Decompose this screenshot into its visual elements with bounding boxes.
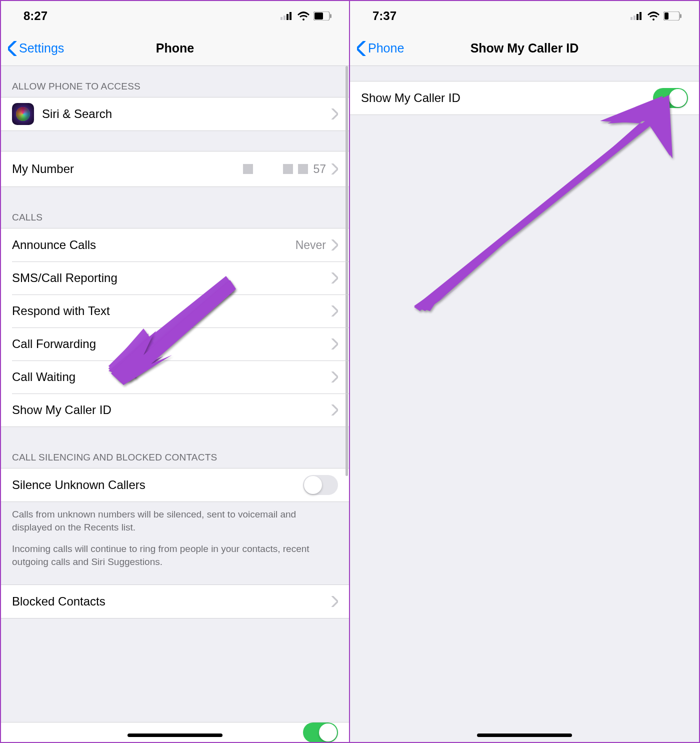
- redaction-block: [298, 164, 308, 174]
- toggle-show-my-caller-id[interactable]: [653, 88, 688, 108]
- cellular-signal-icon: [280, 12, 294, 20]
- siri-icon: [12, 103, 34, 125]
- row-blocked-contacts[interactable]: Blocked Contacts: [1, 585, 349, 618]
- row-label: Show My Caller ID: [361, 91, 653, 105]
- cellular-signal-icon: [630, 12, 644, 20]
- row-value: Never: [296, 238, 326, 252]
- toggle-silence-unknown[interactable]: [303, 475, 338, 495]
- section-access: ALLOW PHONE TO ACCESS Siri & Search: [1, 66, 349, 131]
- back-label: Settings: [19, 41, 64, 56]
- svg-marker-24: [414, 281, 450, 311]
- chevron-left-icon: [357, 41, 366, 56]
- svg-rect-21: [680, 14, 682, 18]
- svg-marker-23: [414, 95, 672, 311]
- section-header-access: ALLOW PHONE TO ACCESS: [1, 66, 349, 97]
- row-label: Show My Caller ID: [12, 403, 331, 417]
- section-header-silencing: CALL SILENCING AND BLOCKED CONTACTS: [1, 427, 349, 468]
- chevron-right-icon: [331, 108, 338, 120]
- battery-icon: [664, 12, 682, 20]
- section-my-number: My Number 57: [1, 131, 349, 187]
- section-calls: CALLS Announce Calls Never SMS/Call Repo…: [1, 187, 349, 427]
- row-show-my-caller-id[interactable]: Show My Caller ID: [1, 394, 349, 426]
- nav-bar: Settings Phone: [1, 31, 349, 66]
- redaction-block: [243, 164, 253, 174]
- svg-rect-2: [286, 14, 288, 20]
- svg-rect-15: [630, 17, 632, 20]
- row-label: Respond with Text: [12, 304, 331, 318]
- wifi-icon: [298, 12, 310, 20]
- row-sms-call-reporting[interactable]: SMS/Call Reporting: [1, 262, 349, 294]
- redaction-block: [283, 164, 293, 174]
- row-call-waiting[interactable]: Call Waiting: [1, 360, 349, 394]
- home-indicator[interactable]: [128, 734, 222, 737]
- section-caller-id: Show My Caller ID: [350, 81, 699, 115]
- row-peek-next: [1, 722, 349, 742]
- back-label: Phone: [368, 41, 404, 56]
- chevron-right-icon: [331, 596, 338, 607]
- row-label: Announce Calls: [12, 238, 296, 252]
- wifi-icon: [648, 12, 660, 20]
- section-header-calls: CALLS: [1, 187, 349, 228]
- phone-screen-caller-id: 7:37 Phone Show My Caller ID Show My Cal…: [350, 0, 700, 743]
- chevron-right-icon: [331, 404, 338, 416]
- chevron-right-icon: [331, 338, 338, 350]
- chevron-right-icon: [331, 164, 338, 174]
- row-call-forwarding[interactable]: Call Forwarding: [1, 328, 349, 360]
- row-label: SMS/Call Reporting: [12, 271, 331, 285]
- svg-rect-0: [280, 17, 282, 20]
- phone-screen-phone-settings: 8:27 Settings Phone ALLOW PHONE TO ACCES…: [0, 0, 350, 743]
- svg-rect-1: [284, 16, 286, 20]
- toggle-peek[interactable]: [303, 722, 338, 742]
- row-siri-search[interactable]: Siri & Search: [1, 98, 349, 130]
- status-time: 7:37: [372, 9, 396, 23]
- row-my-number[interactable]: My Number 57: [1, 152, 349, 186]
- row-label: Siri & Search: [42, 107, 331, 121]
- row-label: Silence Unknown Callers: [12, 478, 303, 492]
- home-indicator[interactable]: [477, 734, 572, 737]
- chevron-right-icon: [331, 306, 338, 316]
- row-label: Call Forwarding: [12, 337, 331, 351]
- chevron-right-icon: [331, 240, 338, 250]
- back-button[interactable]: Phone: [357, 41, 404, 56]
- svg-rect-20: [664, 12, 668, 20]
- chevron-right-icon: [331, 272, 338, 284]
- status-time: 8:27: [24, 9, 48, 23]
- section-silencing: CALL SILENCING AND BLOCKED CONTACTS Sile…: [1, 427, 349, 574]
- chevron-left-icon: [8, 41, 17, 56]
- chevron-right-icon: [331, 372, 338, 382]
- status-indicators: [280, 12, 332, 20]
- row-label: Call Waiting: [12, 370, 331, 384]
- svg-rect-17: [636, 14, 638, 20]
- row-silence-unknown-callers[interactable]: Silence Unknown Callers: [1, 468, 349, 502]
- row-label: My Number: [12, 162, 243, 176]
- annotation-arrow-icon: [410, 91, 675, 311]
- row-respond-with-text[interactable]: Respond with Text: [1, 294, 349, 328]
- section-blocked: Blocked Contacts: [1, 574, 349, 618]
- row-label: Blocked Contacts: [12, 594, 331, 608]
- section-footer-silencing-2: Incoming calls will continue to ring fro…: [1, 540, 349, 574]
- svg-rect-6: [330, 14, 332, 18]
- nav-bar: Phone Show My Caller ID: [350, 31, 699, 66]
- battery-icon: [314, 12, 332, 20]
- back-button[interactable]: Settings: [8, 41, 64, 56]
- svg-rect-5: [314, 12, 323, 20]
- status-bar: 8:27: [1, 1, 349, 31]
- status-bar: 7:37: [350, 1, 699, 31]
- svg-rect-18: [640, 12, 642, 20]
- status-indicators: [630, 12, 682, 20]
- row-value-redacted: 57: [243, 162, 326, 176]
- svg-marker-22: [415, 96, 670, 311]
- row-announce-calls[interactable]: Announce Calls Never: [1, 228, 349, 262]
- svg-rect-16: [634, 16, 636, 20]
- row-show-my-caller-id-toggle[interactable]: Show My Caller ID: [350, 82, 699, 114]
- svg-rect-3: [290, 12, 292, 20]
- section-footer-silencing-1: Calls from unknown numbers will be silen…: [1, 502, 349, 540]
